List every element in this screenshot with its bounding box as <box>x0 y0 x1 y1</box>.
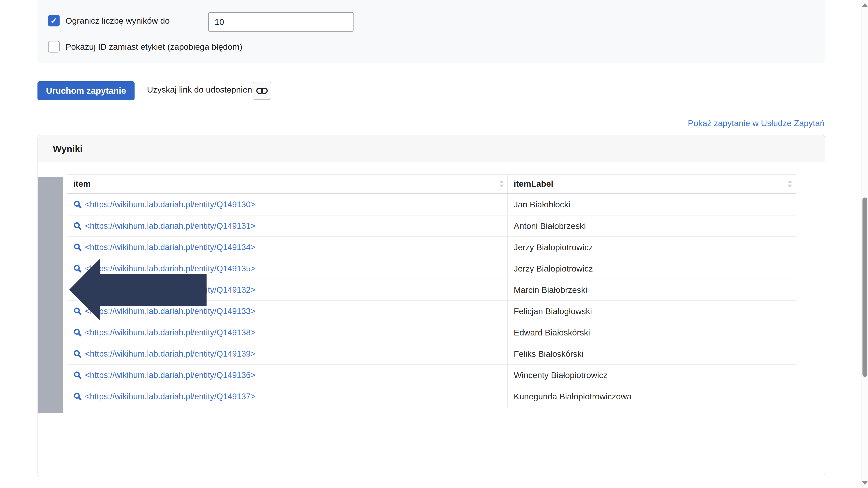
search-icon <box>73 371 82 379</box>
itemlabel-cell: Wincenty Białopiotrowicz <box>508 365 796 386</box>
item-uri: <https://wikihum.lab.dariah.pl/entity/Q1… <box>85 349 255 359</box>
results-title: Wyniki <box>53 143 83 154</box>
itemlabel-cell: Jerzy Białopiotrowicz <box>508 258 796 279</box>
column-header-itemlabel-label: itemLabel <box>514 179 553 189</box>
table-row: <https://wikihum.lab.dariah.pl/entity/Q1… <box>67 236 796 258</box>
show-ids-label: Pokazuj ID zamiast etykiet (zapobiega bł… <box>65 42 242 52</box>
item-entity-link[interactable]: <https://wikihum.lab.dariah.pl/entity/Q1… <box>73 243 255 252</box>
get-share-link-button[interactable] <box>253 82 271 100</box>
scroll-down-arrow-icon[interactable] <box>862 481 868 485</box>
item-entity-link[interactable]: <https://wikihum.lab.dariah.pl/entity/Q1… <box>73 328 255 337</box>
table-row: <https://wikihum.lab.dariah.pl/entity/Q1… <box>67 364 796 386</box>
item-entity-link[interactable]: <https://wikihum.lab.dariah.pl/entity/Q1… <box>73 392 255 401</box>
search-icon <box>73 243 82 252</box>
item-cell: <https://wikihum.lab.dariah.pl/entity/Q1… <box>67 343 508 364</box>
checkmark-icon: ✓ <box>50 16 57 26</box>
itemlabel-cell: Kunegunda Białopiotrowiczowa <box>508 386 796 407</box>
sort-icon <box>788 180 792 187</box>
limit-results-label: Ogranicz liczbę wyników do <box>65 16 169 26</box>
item-cell: <https://wikihum.lab.dariah.pl/entity/Q1… <box>67 237 508 258</box>
table-header-row: item itemLabel <box>67 175 796 194</box>
itemlabel-cell: Feliks Białoskórski <box>508 343 796 364</box>
page-scrollbar[interactable] <box>862 0 868 488</box>
item-entity-link[interactable]: <https://wikihum.lab.dariah.pl/entity/Q1… <box>73 370 255 380</box>
results-left-gutter <box>38 177 63 413</box>
column-header-item[interactable]: item <box>67 175 508 193</box>
item-uri: <https://wikihum.lab.dariah.pl/entity/Q1… <box>85 200 255 209</box>
search-icon <box>73 349 82 358</box>
show-ids-checkbox[interactable] <box>48 41 60 53</box>
item-uri: <https://wikihum.lab.dariah.pl/entity/Q1… <box>85 370 255 380</box>
itemlabel-cell: Jan Białobłocki <box>508 194 796 215</box>
itemlabel-cell: Jerzy Białopiotrowicz <box>508 237 796 258</box>
itemlabel-cell: Marcin Białobrzeski <box>508 279 796 300</box>
item-entity-link[interactable]: <https://wikihum.lab.dariah.pl/entity/Q1… <box>73 221 255 231</box>
table-row: <https://wikihum.lab.dariah.pl/entity/Q1… <box>67 215 796 236</box>
search-icon <box>73 328 82 337</box>
scrollbar-thumb[interactable] <box>863 197 867 377</box>
left-arrow-annotation <box>69 259 207 320</box>
share-link-label: Uzyskaj link do udostępnienia <box>147 85 259 94</box>
item-entity-link[interactable]: <https://wikihum.lab.dariah.pl/entity/Q1… <box>73 349 255 359</box>
search-icon <box>73 200 82 209</box>
item-uri: <https://wikihum.lab.dariah.pl/entity/Q1… <box>85 392 255 401</box>
page: ✓ Ogranicz liczbę wyników do Pokazuj ID … <box>0 0 868 488</box>
item-cell: <https://wikihum.lab.dariah.pl/entity/Q1… <box>67 365 508 386</box>
search-icon <box>73 222 82 230</box>
itemlabel-cell: Antoni Białobrzeski <box>508 215 796 236</box>
limit-option-row: ✓ Ogranicz liczbę wyników do <box>48 15 169 26</box>
item-cell: <https://wikihum.lab.dariah.pl/entity/Q1… <box>67 322 508 343</box>
item-uri: <https://wikihum.lab.dariah.pl/entity/Q1… <box>85 328 255 337</box>
column-header-item-label: item <box>73 179 91 189</box>
itemlabel-cell: Edward Białoskórski <box>508 322 796 343</box>
show-query-service-link[interactable]: Pokaż zapytanie w Usłudze Zapytań <box>688 118 825 128</box>
search-icon <box>73 392 82 401</box>
sort-icon <box>499 180 504 187</box>
item-cell: <https://wikihum.lab.dariah.pl/entity/Q1… <box>67 194 508 215</box>
item-uri: <https://wikihum.lab.dariah.pl/entity/Q1… <box>85 243 255 252</box>
table-row: <https://wikihum.lab.dariah.pl/entity/Q1… <box>67 322 796 343</box>
table-row: <https://wikihum.lab.dariah.pl/entity/Q1… <box>67 386 796 407</box>
table-row: <https://wikihum.lab.dariah.pl/entity/Q1… <box>67 343 796 364</box>
scroll-up-arrow-icon[interactable] <box>862 3 868 7</box>
itemlabel-cell: Felicjan Białogłowski <box>508 301 796 322</box>
table-row: <https://wikihum.lab.dariah.pl/entity/Q1… <box>67 194 796 215</box>
limit-value-input[interactable] <box>208 12 353 32</box>
query-options-panel: ✓ Ogranicz liczbę wyników do Pokazuj ID … <box>37 0 825 63</box>
results-header: Wyniki <box>38 135 825 162</box>
item-cell: <https://wikihum.lab.dariah.pl/entity/Q1… <box>67 215 508 236</box>
chain-link-icon <box>256 87 268 95</box>
run-query-button[interactable]: Uruchom zapytanie <box>37 81 134 100</box>
item-cell: <https://wikihum.lab.dariah.pl/entity/Q1… <box>67 386 508 407</box>
item-entity-link[interactable]: <https://wikihum.lab.dariah.pl/entity/Q1… <box>73 200 255 209</box>
limit-results-checkbox[interactable]: ✓ <box>48 15 60 26</box>
ids-option-row: Pokazuj ID zamiast etykiet (zapobiega bł… <box>48 41 242 53</box>
column-header-itemlabel[interactable]: itemLabel <box>508 175 796 193</box>
item-uri: <https://wikihum.lab.dariah.pl/entity/Q1… <box>85 221 255 231</box>
